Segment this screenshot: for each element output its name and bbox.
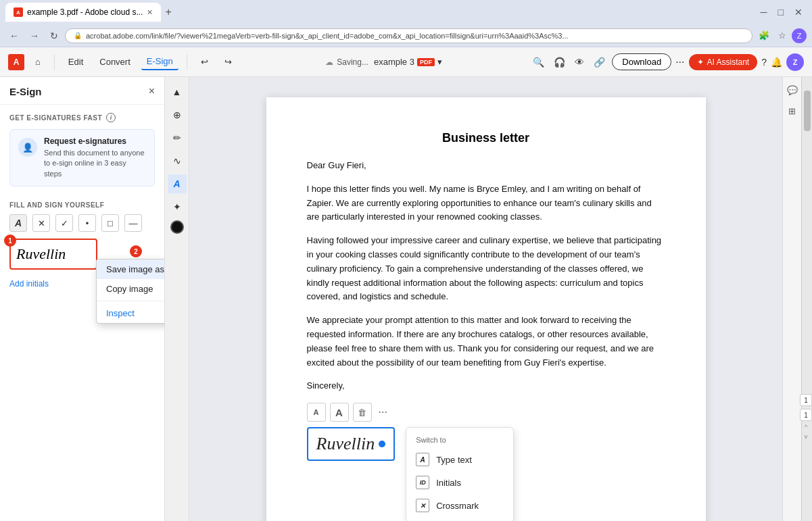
pdf-paragraph2: Having followed your impressive career a… (307, 234, 665, 304)
info-icon[interactable]: i (106, 113, 116, 122)
stamp-tool-button[interactable]: ✦ (168, 197, 187, 216)
save-image-as-menu-item[interactable]: Save image as... (97, 259, 165, 279)
search-button[interactable]: 🔍 (530, 54, 547, 70)
signature-floating-toolbar: A A 🗑 ··· (307, 403, 665, 422)
copy-image-menu-item[interactable]: Copy image (97, 279, 165, 299)
switch-to-dropdown: Switch to A Type text ID Initials ✕ (406, 427, 514, 521)
esign-button[interactable]: E-Sign (141, 53, 178, 70)
browser-navigation: ← → ↻ 🔒 acrobat.adobe.com/link/file/?vie… (0, 24, 812, 47)
request-icon: 👤 (18, 138, 37, 157)
window-controls: ─ □ ✕ (757, 5, 807, 19)
signature-box[interactable]: Ruvellin (9, 239, 97, 270)
sig-more-button[interactable]: ··· (376, 406, 390, 418)
edit-button[interactable]: Edit (63, 54, 89, 70)
refresh-button[interactable]: ↻ (46, 28, 62, 44)
profile-button[interactable]: Z (792, 28, 807, 43)
pdf-greeting: Dear Guy Fieri, (307, 159, 665, 173)
color-picker[interactable] (170, 220, 184, 234)
browser-tab[interactable]: A example 3.pdf - Adobe cloud s... ✕ (5, 3, 161, 22)
convert-button[interactable]: Convert (94, 54, 136, 70)
ai-icon: ✦ (697, 57, 704, 67)
file-name-button[interactable]: example 3 PDF ▾ (374, 57, 442, 67)
pdf-badge: PDF (417, 58, 435, 66)
panel-header: E-Sign × (0, 77, 164, 105)
sig-grow-button[interactable]: A (330, 403, 349, 422)
bookmark-button[interactable]: ☆ (775, 28, 790, 43)
chevron-up-icon[interactable]: ^ (805, 424, 807, 430)
url-text: acrobat.adobe.com/link/file/?viewer%21me… (86, 32, 744, 40)
download-button[interactable]: Download (612, 53, 671, 70)
switch-crossmark-item[interactable]: ✕ Crossmark (406, 494, 513, 517)
adobe-toolbar: A ⌂ Edit Convert E-Sign ↩ ↪ ☁ Saving... … (0, 47, 812, 77)
page-number-1[interactable]: 1 (800, 394, 812, 406)
back-button[interactable]: ← (5, 28, 23, 44)
forward-button[interactable]: → (26, 28, 43, 44)
cross-tool-button[interactable]: ✕ (32, 214, 50, 232)
notifications-button[interactable]: 🔔 (771, 57, 782, 68)
tab-title: example 3.pdf - Adobe cloud s... (27, 7, 143, 17)
get-signatures-section: GET E-SIGNATURES FAST i 👤 Request e-sign… (0, 105, 164, 195)
minimize-button[interactable]: ─ (757, 5, 771, 19)
add-initials-button[interactable]: Add initials (9, 276, 49, 291)
page-number-2[interactable]: 1 (800, 409, 812, 421)
cloud-icon: ☁ (325, 57, 333, 67)
toolbar-right: 🔍 🎧 👁 🔗 Download ··· ✦ AI Assistant ? 🔔 … (530, 53, 804, 71)
switch-type-text-item[interactable]: A Type text (406, 448, 513, 471)
home-button[interactable]: ⌂ (30, 54, 46, 70)
text-highlight-tool-button[interactable]: A (168, 174, 187, 193)
esign-panel: E-Sign × GET E-SIGNATURES FAST i 👤 Reque… (0, 77, 165, 521)
help-button[interactable]: ? (761, 57, 767, 68)
line-tool-button[interactable]: — (124, 214, 142, 232)
address-bar[interactable]: 🔒 acrobat.adobe.com/link/file/?viewer%21… (65, 28, 753, 43)
redo-button[interactable]: ↪ (219, 54, 237, 70)
ai-label: AI Assistant (707, 57, 750, 67)
request-card[interactable]: 👤 Request e-signatures Send this documen… (9, 129, 155, 187)
saving-status: ☁ Saving... (325, 57, 368, 67)
comments-button[interactable]: 💬 (784, 82, 801, 98)
maximize-button[interactable]: □ (774, 5, 788, 19)
sig-shrink-button[interactable]: A (307, 403, 326, 422)
switch-crossmark-label: Crossmark (436, 501, 479, 511)
extensions-button[interactable]: 🧩 (755, 28, 773, 43)
undo-button[interactable]: ↩ (195, 54, 214, 70)
lock-icon: 🔒 (74, 32, 82, 39)
switch-initials-item[interactable]: ID Initials (406, 471, 513, 494)
switch-type-text-label: Type text (436, 455, 472, 465)
get-sigs-label: GET E-SIGNATURES FAST (9, 114, 102, 122)
check-tool-button[interactable]: ✓ (55, 214, 73, 232)
inspect-menu-item[interactable]: Inspect (97, 303, 165, 323)
pdf-content[interactable]: Business letter Dear Guy Fieri, I hope t… (189, 77, 782, 521)
main-layout: E-Sign × GET E-SIGNATURES FAST i 👤 Reque… (0, 77, 812, 521)
request-text: Request e-signatures Send this document … (44, 137, 146, 179)
user-avatar[interactable]: Z (786, 53, 804, 71)
saving-label: Saving... (337, 57, 368, 67)
ai-assistant-button[interactable]: ✦ AI Assistant (689, 54, 758, 70)
organize-pages-button[interactable]: ⊞ (786, 103, 798, 119)
crossmark-icon: ✕ (416, 499, 429, 512)
initials-icon: ID (416, 476, 429, 489)
chevron-down-icon[interactable]: v (805, 433, 808, 440)
close-window-button[interactable]: ✕ (790, 5, 807, 19)
text-tool-button[interactable]: A (9, 214, 27, 232)
pdf-signature-box[interactable]: Ruvellin (307, 427, 396, 461)
panel-close-button[interactable]: × (149, 85, 155, 97)
accessibility-button[interactable]: 👁 (572, 54, 587, 70)
new-tab-button[interactable]: + (165, 6, 171, 18)
audio-button[interactable]: 🎧 (551, 54, 568, 70)
sig-delete-button[interactable]: 🗑 (353, 403, 372, 422)
adobe-favicon: A (14, 7, 23, 17)
pdf-body: Dear Guy Fieri, I hope this letter finds… (307, 159, 665, 521)
rect-tool-button[interactable]: □ (101, 214, 119, 232)
scroll-thumb[interactable] (804, 91, 811, 131)
adobe-logo: A (8, 54, 24, 70)
link-button[interactable]: 🔗 (591, 54, 608, 70)
dot-tool-button[interactable]: • (78, 214, 96, 232)
more-options-button[interactable]: ··· (675, 56, 684, 68)
switch-initials-label: Initials (436, 478, 461, 488)
curve-tool-button[interactable]: ∿ (168, 151, 187, 170)
cursor-tool-button[interactable]: ▲ (168, 82, 187, 101)
tab-close-button[interactable]: ✕ (147, 8, 153, 17)
annotation-badge-2: 2 (130, 245, 142, 257)
zoom-tool-button[interactable]: ⊕ (168, 105, 187, 124)
pen-tool-button[interactable]: ✏ (168, 128, 187, 147)
